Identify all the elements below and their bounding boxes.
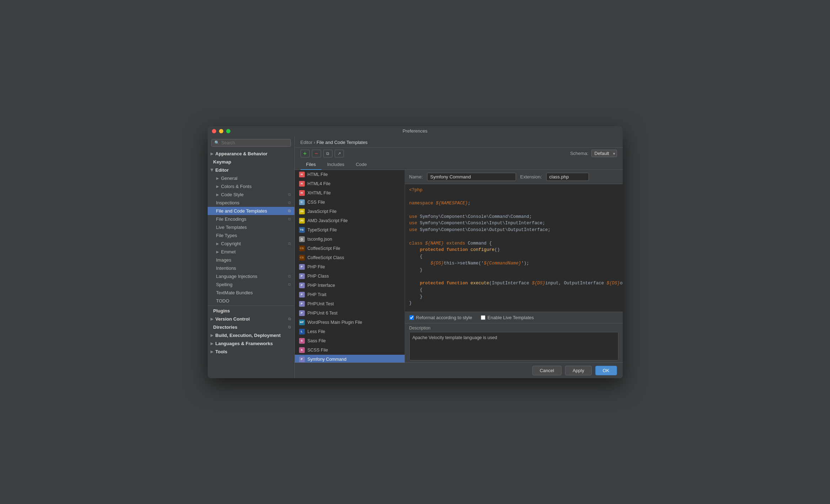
search-box[interactable]: 🔍 [211, 139, 291, 147]
add-template-button[interactable]: + [300, 150, 310, 157]
live-templates-checkbox[interactable] [481, 315, 485, 320]
tab-files[interactable]: Files [300, 160, 321, 170]
file-item-html[interactable]: H HTML File [295, 170, 405, 179]
file-item-label: HTML File [308, 172, 328, 177]
file-item-label: HTML4 File [308, 181, 331, 186]
sidebar-item-general[interactable]: ▶ General [208, 174, 294, 182]
sidebar-item-tools[interactable]: ▶ Tools [208, 348, 294, 356]
schema-select-wrap: Default [591, 150, 617, 157]
sidebar-item-spelling[interactable]: Spelling ⧉ [208, 280, 294, 289]
sidebar-item-build-execution[interactable]: ▶ Build, Execution, Deployment [208, 331, 294, 339]
copy-icon: ⧉ [288, 241, 291, 246]
close-button[interactable] [212, 129, 216, 133]
file-item-xhtml[interactable]: H XHTML File [295, 188, 405, 198]
file-item-scss[interactable]: S SCSS File [295, 345, 405, 355]
apply-button[interactable]: Apply [565, 366, 592, 375]
file-item-coffeescript[interactable]: CS CoffeeScript File [295, 244, 405, 253]
remove-template-button[interactable]: − [312, 150, 321, 157]
file-item-phpunit[interactable]: P PHPUnit Test [295, 299, 405, 309]
tab-includes[interactable]: Includes [321, 160, 350, 170]
file-icon-coffee-class: CS [299, 255, 305, 261]
schema-dropdown[interactable]: Default [591, 150, 617, 157]
sidebar-item-todo[interactable]: TODO [208, 297, 294, 305]
schema-label: Schema: [570, 151, 588, 156]
file-item-less[interactable]: L Less File [295, 327, 405, 336]
file-item-html4[interactable]: H HTML4 File [295, 179, 405, 188]
sidebar-item-colors-fonts[interactable]: ▶ Colors & Fonts [208, 182, 294, 191]
file-icon-php-class: P [299, 273, 305, 279]
sidebar-item-languages-frameworks[interactable]: ▶ Languages & Frameworks [208, 339, 294, 348]
sidebar-item-keymap[interactable]: Keymap [208, 158, 294, 166]
file-item-php-trait[interactable]: P PHP Trait [295, 290, 405, 299]
sidebar-item-plugins[interactable]: Plugins [208, 307, 294, 315]
copy-icon: ⧉ [288, 192, 291, 197]
options-bar: Reformat according to style Enable Live … [405, 312, 623, 323]
file-item-wordpress[interactable]: WP WordPress Main Plugin File [295, 318, 405, 327]
code-line: } [409, 294, 618, 300]
reformat-checkbox-label[interactable]: Reformat according to style [409, 315, 472, 320]
file-item-label: PHP Interface [308, 283, 335, 288]
tab-code[interactable]: Code [350, 160, 372, 170]
file-item-label: CoffeeScript File [308, 246, 340, 251]
sidebar-item-intentions[interactable]: Intentions [208, 264, 294, 272]
file-icon-php-trait: P [299, 292, 305, 297]
cancel-button[interactable]: Cancel [532, 366, 562, 375]
search-input[interactable] [222, 140, 288, 145]
sidebar-item-file-types[interactable]: File Types [208, 231, 294, 240]
file-icon-html4: H [299, 181, 305, 187]
sidebar-item-file-code-templates[interactable]: File and Code Templates ⧉ [208, 207, 294, 215]
file-icon-phpunit: P [299, 301, 305, 307]
sidebar-item-version-control[interactable]: ▶ Version Control ⧉ [208, 315, 294, 323]
extension-input[interactable] [546, 173, 589, 181]
sidebar-item-label: Directories [213, 325, 238, 330]
breadcrumb-separator: › [314, 140, 316, 145]
sidebar-item-language-injections[interactable]: Language Injections ⧉ [208, 272, 294, 280]
file-icon-ts: TS [299, 227, 305, 233]
sidebar-item-appearance[interactable]: ▶ Appearance & Behavior [208, 150, 294, 158]
sidebar-item-file-encodings[interactable]: File Encodings ⧉ [208, 215, 294, 223]
file-item-typescript[interactable]: TS TypeScript File [295, 225, 405, 235]
file-item-sass[interactable]: S Sass File [295, 336, 405, 345]
sidebar-item-label: File Types [216, 233, 237, 238]
copy-icon: ⧉ [288, 209, 291, 213]
file-item-symfony-command[interactable]: P Symfony Command [295, 355, 405, 363]
sidebar-item-label: Languages & Frameworks [216, 341, 273, 346]
file-item-phpunit6[interactable]: P PHPUnit 6 Test [295, 309, 405, 318]
sidebar-item-live-templates[interactable]: Live Templates [208, 223, 294, 231]
file-item-coffeescript-class[interactable]: CS CoffeeScript Class [295, 253, 405, 262]
apache-velocity-link[interactable]: Apache Velocity [413, 335, 444, 340]
arrow-icon: ▶ [211, 333, 213, 337]
sidebar-item-emmet[interactable]: ▶ Emmet [208, 248, 294, 256]
code-line: ${DS}this->setName('${CommandName}'); [409, 260, 618, 267]
file-item-label: CoffeeScript Class [308, 255, 344, 260]
export-template-button[interactable]: ↗ [335, 150, 344, 157]
code-editor[interactable]: <?php namespace ${NAMESPACE}; use Symfon… [405, 184, 623, 312]
file-item-amd-javascript[interactable]: JS AMD JavaScript File [295, 216, 405, 225]
maximize-button[interactable] [226, 129, 230, 133]
sidebar-item-images[interactable]: Images [208, 256, 294, 264]
file-item-tsconfig[interactable]: {} tsconfig.json [295, 235, 405, 244]
minimize-button[interactable] [219, 129, 223, 133]
sidebar-item-copyright[interactable]: ▶ Copyright ⧉ [208, 240, 294, 248]
sidebar-item-directories[interactable]: Directories ⧉ [208, 323, 294, 331]
file-icon-css: C [299, 199, 305, 205]
ok-button[interactable]: OK [595, 366, 617, 375]
file-item-php-interface[interactable]: P PHP Interface [295, 281, 405, 290]
file-item-php-class[interactable]: P PHP Class [295, 272, 405, 281]
arrow-icon: ▶ [211, 342, 213, 345]
name-input[interactable] [427, 173, 516, 181]
live-templates-checkbox-label[interactable]: Enable Live Templates [481, 315, 534, 320]
file-item-javascript[interactable]: JS JavaScript File [295, 207, 405, 216]
file-item-php-file[interactable]: P PHP File [295, 262, 405, 272]
sidebar-item-inspections[interactable]: Inspections ⧉ [208, 199, 294, 207]
sidebar-item-textmate-bundles[interactable]: TextMate Bundles [208, 289, 294, 297]
reformat-checkbox[interactable] [409, 315, 414, 320]
file-item-label: PHP File [308, 264, 325, 269]
sidebar-item-editor[interactable]: ▶ Editor [208, 166, 294, 174]
code-line [409, 273, 618, 280]
file-icon-sass: S [299, 338, 305, 344]
sidebar-item-code-style[interactable]: ▶ Code Style ⧉ [208, 191, 294, 199]
copy-icon: ⧉ [288, 274, 291, 279]
file-item-css[interactable]: C CSS File [295, 198, 405, 207]
copy-template-button[interactable]: ⧉ [323, 150, 332, 157]
